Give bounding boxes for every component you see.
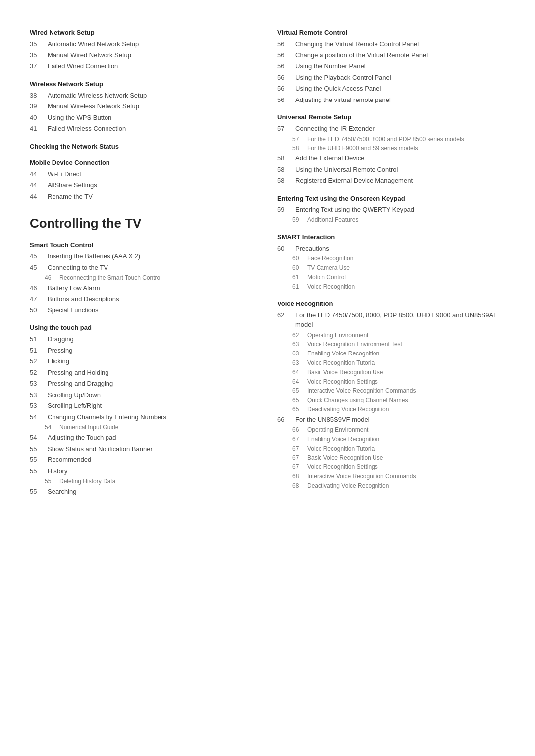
toc-item: 56 Using the Quick Access Panel bbox=[277, 84, 505, 94]
toc-subitem: 67 Voice Recognition Settings bbox=[277, 463, 505, 471]
toc-subitem: 59 Additional Features bbox=[277, 216, 505, 224]
section-heading-network-status: Checking the Network Status bbox=[30, 143, 258, 150]
toc-subitem: 63 Voice Recognition Tutorial bbox=[277, 359, 505, 367]
toc-subitem: 64 Basic Voice Recognition Use bbox=[277, 368, 505, 377]
toc-item: 53 Scrolling Left/Right bbox=[30, 401, 258, 411]
toc-item: 50 Special Functions bbox=[30, 305, 258, 315]
toc-item: 35 Manual Wired Network Setup bbox=[30, 50, 258, 60]
toc-item: 62 For the LED 7450/7500, 8000, PDP 8500… bbox=[277, 310, 505, 330]
toc-item: 56 Change a position of the Virtual Remo… bbox=[277, 50, 505, 60]
section-heading-onscreen-keypad: Entering Text using the Onscreen Keypad bbox=[277, 195, 505, 202]
toc-item: 66 For the UN85S9VF model bbox=[277, 415, 505, 425]
toc-item: 52 Pressing and Holding bbox=[30, 368, 258, 378]
toc-item: 58 Registered External Device Management bbox=[277, 176, 505, 186]
toc-item: 45 Connecting to the TV bbox=[30, 263, 258, 273]
toc-item: 58 Add the External Device bbox=[277, 153, 505, 163]
toc-subitem: 68 Interactive Voice Recognition Command… bbox=[277, 472, 505, 481]
right-column: Virtual Remote Control 56 Changing the V… bbox=[277, 20, 505, 498]
section-heading-universal-remote: Universal Remote Setup bbox=[277, 113, 505, 121]
section-heading-smart-interaction: SMART Interaction bbox=[277, 233, 505, 241]
toc-item: 44 Rename the TV bbox=[30, 192, 258, 202]
toc-item: 56 Changing the Virtual Remote Control P… bbox=[277, 39, 505, 49]
section-heading-virtual-remote: Virtual Remote Control bbox=[277, 29, 505, 36]
toc-item: 56 Using the Playback Control Panel bbox=[277, 73, 505, 83]
toc-item: 41 Failed Wireless Connection bbox=[30, 124, 258, 134]
toc-subitem: 63 Voice Recognition Environment Test bbox=[277, 340, 505, 349]
toc-subitem: 67 Enabling Voice Recognition bbox=[277, 435, 505, 444]
toc-subitem: 67 Voice Recognition Tutorial bbox=[277, 445, 505, 453]
toc-subitem: 66 Operating Environment bbox=[277, 426, 505, 434]
toc-item: 56 Using the Number Panel bbox=[277, 61, 505, 71]
toc-item: 55 Recommended bbox=[30, 455, 258, 465]
toc-item: 51 Dragging bbox=[30, 334, 258, 344]
section-heading-touch-pad: Using the touch pad bbox=[30, 324, 258, 331]
big-heading-controlling: Controlling the TV bbox=[30, 216, 258, 231]
toc-subitem: 68 Deactivating Voice Recognition bbox=[277, 482, 505, 490]
toc-subitem: 61 Motion Control bbox=[277, 273, 505, 282]
toc-item: 46 Battery Low Alarm bbox=[30, 283, 258, 293]
section-heading-wireless-network: Wireless Network Setup bbox=[30, 80, 258, 88]
toc-item: 35 Automatic Wired Network Setup bbox=[30, 39, 258, 49]
section-heading-wired-network: Wired Network Setup bbox=[30, 29, 258, 36]
toc-item: 37 Failed Wired Connection bbox=[30, 61, 258, 71]
toc-subitem: 65 Deactivating Voice Recognition bbox=[277, 405, 505, 414]
toc-item: 53 Pressing and Dragging bbox=[30, 379, 258, 389]
toc-subitem: 62 Operating Environment bbox=[277, 331, 505, 340]
toc-item: 54 Changing Channels by Entering Numbers bbox=[30, 412, 258, 422]
toc-item: 47 Buttons and Descriptions bbox=[30, 294, 258, 304]
toc-item: 56 Adjusting the virtual remote panel bbox=[277, 95, 505, 105]
toc-item: 44 AllShare Settings bbox=[30, 180, 258, 190]
toc-item: 51 Pressing bbox=[30, 346, 258, 355]
toc-item: 40 Using the WPS Button bbox=[30, 113, 258, 123]
toc-item: 57 Connecting the IR Extender bbox=[277, 124, 505, 134]
toc-item: 59 Entering Text using the QWERTY Keypad bbox=[277, 205, 505, 215]
section-heading-smart-touch: Smart Touch Control bbox=[30, 241, 258, 249]
toc-subitem: 60 Face Recognition bbox=[277, 254, 505, 263]
toc-item: 58 Using the Universal Remote Control bbox=[277, 165, 505, 175]
toc-subitem: 58 For the UHD F9000 and S9 series model… bbox=[277, 144, 505, 152]
toc-subitem: 57 For the LED 7450/7500, 8000 and PDP 8… bbox=[277, 135, 505, 144]
toc-subitem: 55 Deleting History Data bbox=[30, 477, 258, 486]
toc-item: 38 Automatic Wireless Network Setup bbox=[30, 91, 258, 101]
toc-subitem: 60 TV Camera Use bbox=[277, 264, 505, 272]
toc-item: 44 Wi-Fi Direct bbox=[30, 169, 258, 179]
toc-subitem: 61 Voice Recognition bbox=[277, 283, 505, 291]
toc-item: 55 Searching bbox=[30, 487, 258, 497]
toc-item: 60 Precautions bbox=[277, 244, 505, 253]
toc-item: 53 Scrolling Up/Down bbox=[30, 390, 258, 400]
toc-item: 55 History bbox=[30, 466, 258, 476]
toc-subitem: 64 Voice Recognition Settings bbox=[277, 378, 505, 386]
toc-item: 55 Show Status and Notification Banner bbox=[30, 444, 258, 454]
toc-item: 45 Inserting the Batteries (AAA X 2) bbox=[30, 252, 258, 261]
toc-subitem: 46 Reconnecting the Smart Touch Control bbox=[30, 274, 258, 282]
toc-item: 39 Manual Wireless Network Setup bbox=[30, 101, 258, 111]
left-column: Wired Network Setup 35 Automatic Wired N… bbox=[30, 20, 258, 498]
toc-subitem: 63 Enabling Voice Recognition bbox=[277, 350, 505, 358]
toc-item: 52 Flicking bbox=[30, 356, 258, 366]
toc-subitem: 54 Numerical Input Guide bbox=[30, 423, 258, 432]
toc-subitem: 65 Interactive Voice Recognition Command… bbox=[277, 387, 505, 395]
toc-item: 54 Adjusting the Touch pad bbox=[30, 433, 258, 443]
toc-subitem: 65 Quick Changes using Channel Names bbox=[277, 396, 505, 404]
toc-subitem: 67 Basic Voice Recognition Use bbox=[277, 454, 505, 462]
section-heading-voice-recognition: Voice Recognition bbox=[277, 300, 505, 307]
section-heading-mobile-device: Mobile Device Connection bbox=[30, 159, 258, 166]
